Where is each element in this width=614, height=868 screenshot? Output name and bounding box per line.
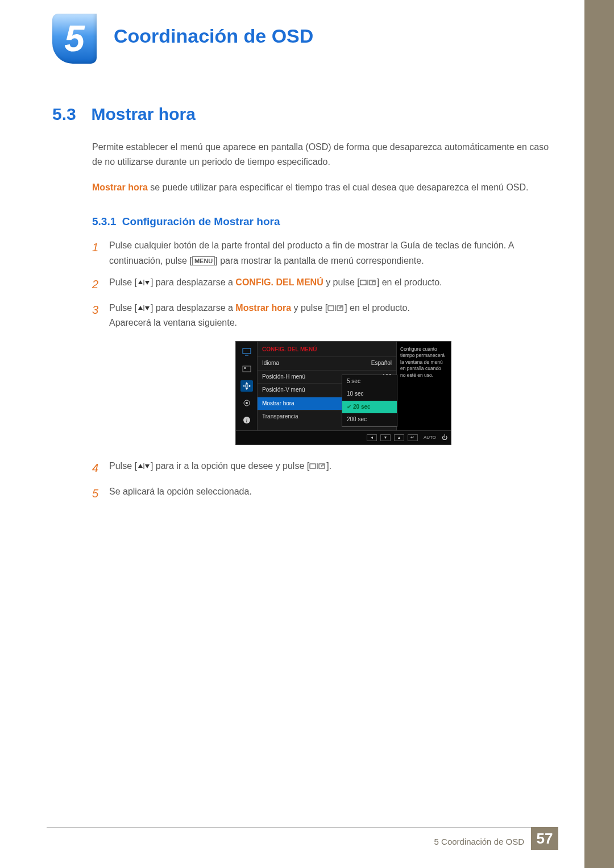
monitor-icon — [240, 346, 253, 358]
osd-header: CONFIG. DEL MENÚ — [258, 342, 396, 357]
step-body: Se aplicará la opción seleccionada. — [109, 484, 553, 503]
right-decorative-band — [584, 0, 614, 868]
source-enter-icon — [327, 305, 345, 312]
subsection-number: 5.3.1 — [92, 215, 116, 227]
auto-label: AUTO — [421, 434, 438, 441]
step-number: 5 — [92, 484, 109, 503]
step-5: 5 Se aplicará la opción seleccionada. — [92, 484, 553, 503]
footer-page-number: 57 — [531, 827, 558, 850]
svg-rect-15 — [244, 367, 246, 369]
up-down-icon — [137, 279, 151, 286]
steps-list: 1 Pulse cualquier botón de la parte fron… — [92, 238, 553, 503]
menu-button-label: MENU — [192, 256, 215, 265]
svg-marker-25 — [138, 464, 143, 468]
svg-marker-16 — [246, 382, 248, 384]
step-number: 1 — [92, 238, 109, 268]
osd-dropdown: 5 sec 10 sec ✔20 sec 200 sec — [342, 375, 397, 427]
power-icon: ⏻ — [442, 433, 447, 443]
intro-paragraph-1: Permite establecer el menú que aparece e… — [92, 140, 553, 170]
step-2: 2 Pulse [] para desplazarse a CONFIG. DE… — [92, 275, 553, 294]
step-body: Pulse [] para desplazarse a Mostrar hora… — [109, 301, 553, 452]
intro-rest: se puede utilizar para especificar el ti… — [148, 182, 529, 192]
osd-option: 200 sec — [342, 413, 397, 426]
svg-marker-0 — [138, 280, 143, 284]
svg-marker-18 — [243, 385, 244, 387]
picture-icon — [240, 363, 253, 375]
up-down-icon — [137, 463, 151, 470]
section-number: 5.3 — [52, 105, 89, 124]
svg-rect-20 — [246, 385, 248, 387]
intro-term: Mostrar hora — [92, 182, 148, 192]
source-enter-icon — [360, 279, 377, 286]
check-icon: ✔ — [347, 404, 351, 410]
svg-rect-3 — [360, 280, 366, 285]
info-icon: i — [240, 414, 253, 426]
chapter-number-badge: 5 — [52, 14, 97, 64]
osd-option-selected: ✔20 sec — [342, 401, 397, 414]
up-icon: ▴ — [394, 434, 404, 441]
svg-rect-9 — [328, 306, 334, 310]
svg-point-22 — [246, 402, 248, 404]
section-heading: 5.3 Mostrar hora — [52, 105, 553, 124]
svg-marker-1 — [145, 281, 150, 285]
svg-marker-19 — [249, 385, 251, 387]
subsection-title: Configuración de Mostrar hora — [122, 215, 280, 227]
up-down-icon — [137, 305, 151, 312]
page-content: 5.3 Mostrar hora Permite establecer el m… — [52, 105, 553, 510]
enter-icon: ↵ — [408, 434, 418, 441]
page-footer: 5 Coordinación de OSD 57 — [47, 827, 558, 850]
svg-marker-26 — [145, 464, 150, 468]
osd-help-text: Configure cuánto tiempo permanecerá la v… — [396, 342, 451, 430]
svg-marker-6 — [138, 306, 143, 310]
svg-rect-28 — [310, 464, 316, 468]
step-body: Pulse cualquier botón de la parte fronta… — [109, 238, 553, 268]
step-3: 3 Pulse [] para desplazarse a Mostrar ho… — [92, 301, 553, 452]
svg-text:i: i — [246, 417, 247, 423]
step-number: 4 — [92, 459, 109, 477]
chapter-number: 5 — [64, 18, 85, 60]
subsection-heading: 5.3.1 Configuración de Mostrar hora — [92, 215, 553, 228]
osd-option: 5 sec — [342, 375, 397, 388]
osd-side-icons: i — [236, 342, 258, 430]
gear-icon — [240, 397, 253, 409]
step-number: 2 — [92, 275, 109, 294]
svg-marker-17 — [246, 388, 248, 390]
left-icon: ◂ — [367, 434, 377, 441]
intro-paragraph-2: Mostrar hora se puede utilizar para espe… — [92, 180, 553, 195]
osd-window: i CONFIG. DEL MENÚ IdiomaEspañol Posició… — [235, 341, 451, 446]
move-icon — [240, 380, 253, 392]
source-enter-icon — [309, 463, 326, 470]
step-1: 1 Pulse cualquier botón de la parte fron… — [92, 238, 553, 268]
osd-bottom-bar: ◂ ▾ ▴ ↵ AUTO ⏻ — [236, 430, 451, 445]
step-body: Pulse [] para desplazarse a CONFIG. DEL … — [109, 275, 553, 294]
step-number: 3 — [92, 301, 109, 452]
step-4: 4 Pulse [] para ir a la opción que desee… — [92, 459, 553, 477]
osd-option: 10 sec — [342, 388, 397, 401]
osd-row-idioma: IdiomaEspañol — [258, 356, 396, 370]
step-body: Pulse [] para ir a la opción que desee y… — [109, 459, 553, 477]
chapter-title: Coordinación de OSD — [114, 25, 313, 47]
down-icon: ▾ — [380, 434, 391, 441]
svg-rect-12 — [243, 348, 251, 354]
svg-marker-7 — [145, 306, 150, 310]
section-title: Mostrar hora — [91, 105, 195, 123]
footer-text: 5 Coordinación de OSD — [434, 832, 531, 846]
